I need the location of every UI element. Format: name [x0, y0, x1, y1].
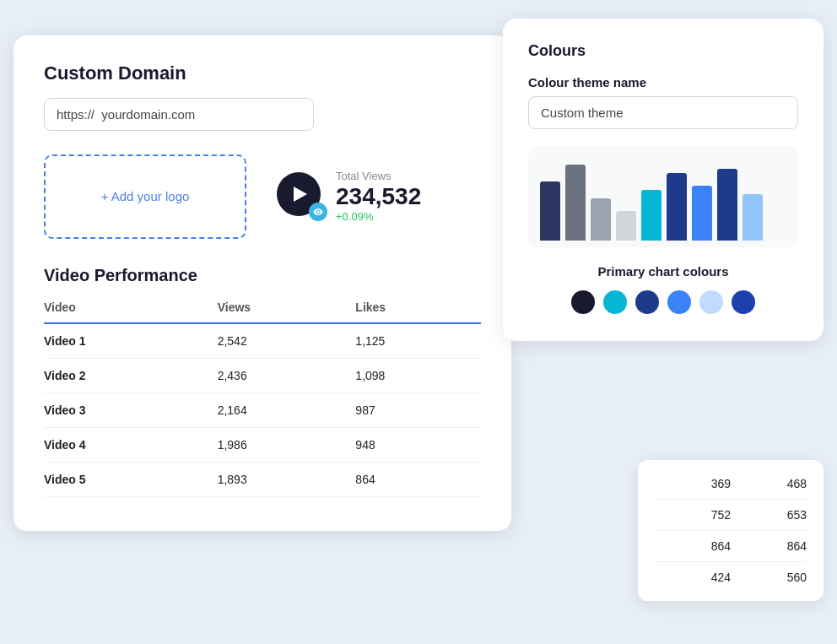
col-views: Views [218, 300, 356, 323]
extra-table-cell: 369 [655, 468, 731, 500]
custom-domain-title: Custom Domain [44, 62, 481, 84]
extra-table-row: 752653 [655, 499, 807, 530]
svg-point-0 [317, 211, 320, 214]
extra-table-cell: 864 [655, 530, 731, 561]
colour-dot-4[interactable] [699, 290, 723, 314]
extra-table-row: 369468 [655, 468, 807, 500]
extra-table-cell: 468 [731, 468, 807, 500]
extra-table-cell: 560 [731, 561, 807, 593]
logo-upload-label: + Add your logo [101, 189, 190, 203]
table-row: Video 12,5421,125 [44, 323, 481, 359]
performance-table: Video Views Likes Video 12,5421,125Video… [44, 300, 481, 497]
table-cell-name: Video 3 [44, 392, 218, 427]
extra-table-cell: 864 [731, 530, 807, 561]
table-cell-views: 2,542 [218, 323, 356, 359]
col-likes: Likes [355, 300, 481, 323]
table-row: Video 41,986948 [44, 427, 481, 462]
table-row: Video 22,4361,098 [44, 358, 481, 392]
extra-table-cell: 653 [731, 499, 807, 530]
colours-title: Colours [528, 42, 798, 60]
table-cell-likes: 864 [355, 462, 481, 496]
stats-label: Total Views [336, 170, 421, 182]
extra-table-cell: 424 [655, 561, 731, 593]
colour-dot-5[interactable] [732, 290, 755, 314]
chart-bar-1 [565, 165, 586, 241]
extra-table-cell: 752 [655, 499, 731, 530]
colour-dot-0[interactable] [571, 290, 595, 314]
table-cell-name: Video 2 [44, 358, 218, 392]
stats-change: +0.09% [336, 210, 421, 223]
chart-bar-3 [616, 211, 636, 241]
right-card: Colours Colour theme name Primary chart … [503, 19, 824, 341]
primary-colours-label: Primary chart colours [528, 264, 798, 279]
stats-value: 234,532 [336, 184, 421, 210]
table-row: Video 51,893864 [44, 462, 481, 496]
domain-input[interactable] [44, 98, 314, 131]
table-cell-views: 1,893 [218, 462, 356, 496]
chart-bar-2 [591, 198, 611, 241]
colour-dot-1[interactable] [603, 290, 627, 314]
chart-bar-4 [641, 190, 662, 241]
theme-name-input[interactable] [528, 96, 798, 129]
chart-bar-8 [742, 194, 763, 241]
table-title: Video Performance [44, 266, 481, 285]
extra-table: 369468752653864864424560 [655, 468, 807, 593]
table-cell-likes: 948 [355, 427, 481, 462]
left-card: Custom Domain + Add your logo [14, 35, 511, 531]
stats-section: Total Views 234,532 +0.09% [277, 170, 421, 223]
bar-chart [528, 146, 798, 247]
table-cell-views: 2,164 [218, 392, 356, 427]
play-icon-wrap [277, 172, 324, 219]
eye-badge-icon [309, 203, 327, 221]
table-cell-views: 2,436 [218, 358, 356, 392]
table-cell-name: Video 4 [44, 427, 218, 462]
col-video: Video [44, 300, 218, 323]
colour-dot-2[interactable] [635, 290, 659, 314]
colour-dot-3[interactable] [667, 290, 691, 314]
chart-bar-0 [540, 181, 560, 241]
table-row: Video 32,164987 [44, 392, 481, 427]
extra-table-card: 369468752653864864424560 [638, 460, 824, 601]
logo-upload-area[interactable]: + Add your logo [44, 154, 246, 239]
extra-table-row: 424560 [655, 561, 807, 593]
chart-bar-6 [692, 186, 712, 241]
logo-stats-row: + Add your logo Total Views [44, 154, 481, 239]
table-cell-name: Video 1 [44, 323, 218, 359]
colour-theme-label: Colour theme name [528, 75, 798, 89]
table-cell-likes: 987 [355, 392, 481, 427]
table-cell-likes: 1,098 [355, 358, 481, 392]
table-cell-name: Video 5 [44, 462, 218, 496]
extra-table-row: 864864 [655, 530, 807, 561]
stats-numbers: Total Views 234,532 +0.09% [336, 170, 421, 223]
chart-bar-5 [667, 173, 687, 241]
colour-dots [528, 290, 798, 314]
play-icon [294, 187, 307, 202]
table-cell-views: 1,986 [218, 427, 356, 462]
table-cell-likes: 1,125 [355, 323, 481, 359]
chart-bar-7 [717, 169, 737, 241]
